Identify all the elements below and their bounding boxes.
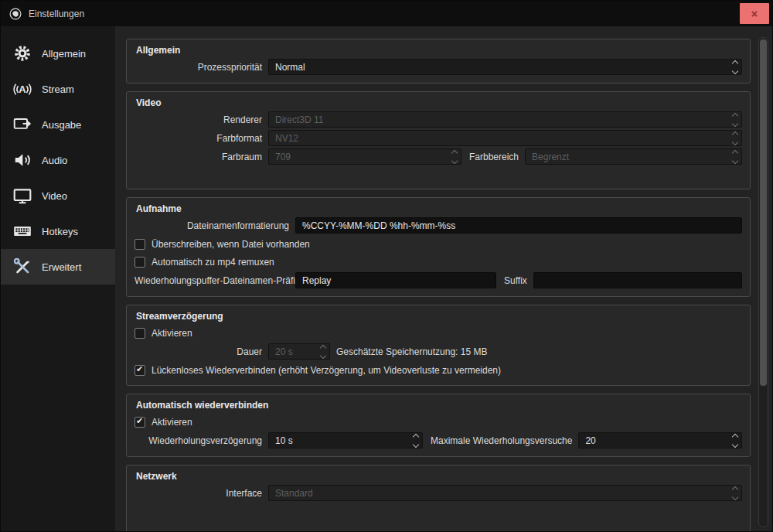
monitor-icon (11, 184, 34, 207)
dateinamenformatierung-input[interactable] (295, 217, 742, 234)
settings-content: Allgemein Prozesspriorität Normal Video … (115, 26, 772, 531)
prozessprioritaet-value: Normal (275, 62, 728, 73)
speaker-icon (11, 148, 34, 172)
farbbereich-value: Begrenzt (532, 152, 728, 162)
farbraum-value: 709 (275, 152, 448, 162)
scrollbar-track[interactable] (758, 37, 768, 527)
prozessprioritaet-select[interactable]: Normal (268, 59, 742, 75)
section-title-video: Video (136, 97, 742, 108)
chevron-updown-icon (728, 149, 741, 164)
wiederverbinden-aktivieren-checkbox[interactable] (135, 417, 145, 428)
sidebar-item-label: Hotkeys (42, 226, 78, 237)
close-button[interactable]: × (740, 3, 769, 24)
farbraum-label: Farbraum (135, 152, 262, 162)
broadcast-icon: A (11, 77, 34, 101)
interface-label: Interface (135, 488, 262, 499)
renderer-value: Direct3D 11 (275, 114, 728, 125)
sidebar-item-label: Stream (42, 84, 74, 95)
renderer-select: Direct3D 11 (268, 111, 742, 128)
chevron-updown-icon (728, 486, 741, 500)
chevron-updown-icon (728, 112, 741, 127)
sidebar-item-label: Allgemein (42, 48, 86, 60)
section-video: Video Renderer Direct3D 11 Farbformat NV… (126, 91, 751, 189)
speichernutzung-text: Geschätzte Speichernutzung: 15 MB (336, 346, 487, 357)
interface-select: Standard (268, 485, 742, 501)
section-title-netzwerk: Netzwerk (136, 471, 742, 482)
sidebar-item-erweitert[interactable]: Erweitert (1, 249, 115, 285)
settings-sidebar: Allgemein A Stream (1, 26, 115, 531)
versuche-spinner[interactable]: 20 (578, 432, 742, 448)
titlebar: Einstellungen × (1, 1, 772, 26)
farbformat-value: NV12 (275, 133, 728, 144)
sidebar-item-hotkeys[interactable]: Hotkeys (1, 213, 115, 249)
ueberschreiben-label: Überschreiben, wenn Datei vorhanden (152, 239, 310, 250)
praefix-input[interactable] (295, 272, 496, 288)
sidebar-item-audio[interactable]: Audio (1, 142, 115, 178)
window-title: Einstellungen (29, 9, 84, 19)
renderer-label: Renderer (135, 114, 262, 125)
output-icon (11, 113, 34, 136)
sidebar-item-video[interactable]: Video (1, 178, 115, 213)
sidebar-item-label: Video (42, 190, 67, 202)
sidebar-item-allgemein[interactable]: Allgemein (1, 36, 115, 71)
keyboard-icon (11, 220, 34, 243)
verzoegerung-value: 10 s (275, 435, 409, 446)
suffix-label: Suffix (504, 275, 527, 286)
dateinamenformatierung-label: Dateinamenformatierung (135, 220, 289, 231)
streamverzoegerung-aktivieren-label: Aktivieren (152, 328, 192, 339)
farbformat-select: NV12 (268, 130, 742, 146)
settings-window: Einstellungen × Allgemein (0, 0, 773, 532)
verzoegerung-label: Wiederholungsverzögerung (135, 435, 262, 446)
chevron-updown-icon (448, 149, 461, 164)
streamverzoegerung-aktivieren-checkbox[interactable] (135, 328, 145, 339)
gear-icon (11, 42, 34, 65)
chevron-updown-icon (728, 131, 741, 145)
section-title-aufnahme: Aufnahme (136, 203, 742, 214)
ueberschreiben-checkbox[interactable] (135, 239, 145, 250)
chevron-updown-icon (728, 433, 741, 448)
lueckenlos-label: Lückenloses Wiederverbinden (erhöht Verz… (152, 365, 501, 376)
farbformat-label: Farbformat (135, 133, 262, 144)
dauer-label: Dauer (135, 346, 262, 357)
section-wiederverbinden: Automatisch wiederverbinden Aktivieren W… (126, 394, 751, 457)
obs-logo-icon (9, 7, 22, 21)
wiederverbinden-aktivieren-label: Aktivieren (152, 417, 192, 428)
praefix-label: Wiederholungspuffer-Dateinamen-Präfix (135, 275, 289, 286)
dauer-spinner: 20 s (268, 343, 330, 360)
section-streamverzoegerung: Streamverzögerung Aktivieren Dauer 20 s … (126, 305, 751, 386)
sidebar-item-stream[interactable]: A Stream (1, 71, 115, 107)
dauer-value: 20 s (275, 346, 316, 357)
farbraum-select: 709 (268, 148, 461, 165)
chevron-updown-icon (316, 344, 329, 359)
suffix-input[interactable] (533, 272, 742, 288)
sidebar-item-label: Erweitert (42, 261, 81, 273)
sidebar-item-ausgabe[interactable]: Ausgabe (1, 107, 115, 142)
versuche-value: 20 (585, 435, 728, 446)
verzoegerung-spinner[interactable]: 10 s (268, 432, 423, 448)
mp4-remux-label: Automatisch zu mp4 remuxen (152, 257, 274, 268)
section-title-allgemein: Allgemein (136, 45, 742, 56)
section-aufnahme: Aufnahme Dateinamenformatierung Überschr… (126, 197, 751, 297)
section-title-wiederverbinden: Automatisch wiederverbinden (136, 400, 742, 411)
section-allgemein: Allgemein Prozesspriorität Normal (126, 39, 751, 84)
chevron-updown-icon (409, 433, 422, 448)
section-title-streamverzoegerung: Streamverzögerung (136, 311, 742, 322)
sidebar-item-label: Audio (42, 155, 67, 166)
tools-icon (11, 255, 34, 278)
svg-text:A: A (19, 84, 26, 95)
prozessprioritaet-label: Prozesspriorität (135, 62, 262, 73)
versuche-label: Maximale Wiederholungsversuche (431, 435, 572, 446)
farbbereich-select: Begrenzt (525, 148, 742, 165)
sidebar-item-label: Ausgabe (42, 119, 81, 131)
mp4-remux-checkbox[interactable] (135, 257, 145, 268)
close-icon: × (751, 7, 758, 20)
chevron-updown-icon (728, 60, 741, 74)
section-netzwerk: Netzwerk Interface Standard (126, 465, 751, 531)
interface-value: Standard (275, 488, 728, 499)
lueckenlos-checkbox[interactable] (135, 365, 145, 376)
farbbereich-label: Farbbereich (469, 152, 519, 162)
scrollbar-thumb[interactable] (760, 39, 767, 386)
